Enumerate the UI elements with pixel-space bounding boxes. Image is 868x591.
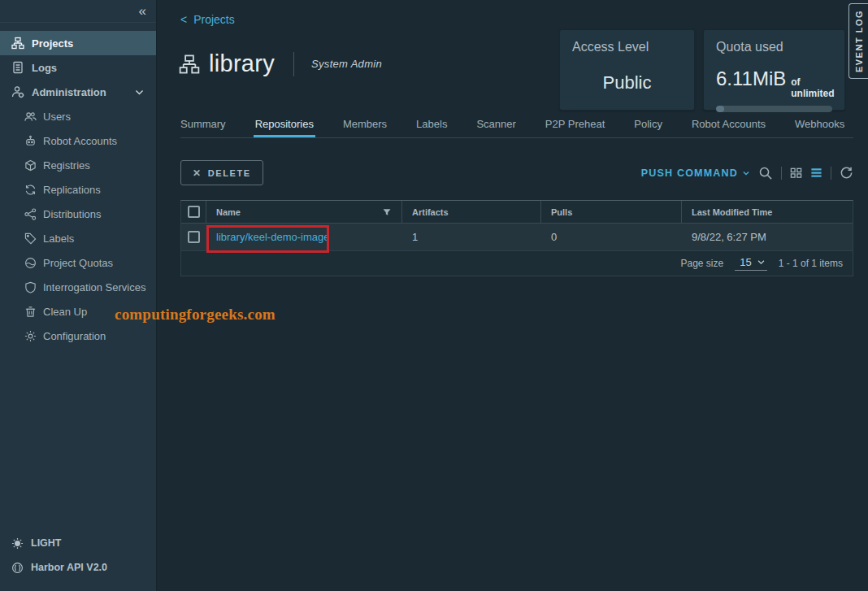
- sidebar-collapse-icon[interactable]: «: [139, 4, 146, 18]
- tab-policy[interactable]: Policy: [634, 118, 662, 137]
- sidebar-item-replications[interactable]: Replications: [0, 177, 156, 202]
- card-view-button[interactable]: [790, 167, 802, 179]
- search-button[interactable]: [758, 166, 773, 180]
- sidebar-nav: Projects Logs Administration Users: [0, 31, 156, 348]
- push-command-button[interactable]: PUSH COMMAND: [641, 167, 750, 179]
- tab-webhooks[interactable]: Webhooks: [795, 118, 844, 137]
- quota-progress-bar: [716, 106, 832, 112]
- pulls-cell: 0: [541, 224, 682, 250]
- api-version-label: Harbor API V2.0: [31, 562, 107, 573]
- access-level-label: Access Level: [572, 40, 682, 54]
- sidebar-item-robot-accounts[interactable]: Robot Accounts: [0, 128, 156, 153]
- list-view-icon: [810, 167, 822, 179]
- tab-scanner[interactable]: Scanner: [476, 118, 515, 137]
- api-swagger-icon: [11, 562, 24, 574]
- tab-p2p-preheat[interactable]: P2P Preheat: [545, 118, 605, 137]
- users-icon: [24, 111, 37, 123]
- repo-name-cell: library/keel-demo-image: [206, 224, 402, 250]
- sidebar-item-projects[interactable]: Projects: [0, 31, 156, 55]
- grid-view-icon: [790, 167, 802, 179]
- tab-members[interactable]: Members: [343, 118, 387, 137]
- quota-card: Quota used 6.11MiB of unlimited: [703, 29, 845, 111]
- watermark-text: computingforgeeks.com: [115, 306, 276, 324]
- push-command-label: PUSH COMMAND: [641, 167, 738, 179]
- tag-icon: [24, 232, 37, 245]
- sidebar-item-label: Logs: [32, 62, 57, 74]
- delete-button-label: DELETE: [208, 168, 251, 178]
- select-all-cell: [181, 201, 206, 223]
- breadcrumb-label: Projects: [193, 13, 235, 26]
- tab-robot-accounts[interactable]: Robot Accounts: [692, 118, 766, 137]
- sidebar-item-project-quotas[interactable]: Project Quotas: [0, 250, 156, 275]
- list-view-button[interactable]: [810, 167, 822, 179]
- sidebar-item-distributions[interactable]: Distributions: [0, 202, 156, 226]
- row-checkbox[interactable]: [188, 231, 200, 243]
- robot-icon: [24, 135, 37, 147]
- breadcrumb[interactable]: < Projects: [180, 13, 235, 26]
- tab-labels[interactable]: Labels: [416, 118, 447, 137]
- project-title-row: library System Admin: [179, 50, 382, 77]
- sidebar-item-logs[interactable]: Logs: [0, 55, 156, 80]
- main-content: < Projects library System Admin Access L…: [157, 0, 868, 591]
- quota-progress-fill: [716, 106, 724, 112]
- column-header-artifacts[interactable]: Artifacts: [402, 201, 541, 223]
- column-header-last-modified[interactable]: Last Modified Time: [682, 201, 853, 223]
- access-level-value: Public: [572, 72, 682, 93]
- breadcrumb-back-icon: <: [180, 13, 187, 26]
- logs-icon: [11, 61, 24, 74]
- harbor-api-link[interactable]: Harbor API V2.0: [0, 555, 156, 580]
- sidebar-item-registries[interactable]: Registries: [0, 153, 156, 177]
- sidebar-header: «: [0, 0, 156, 23]
- search-icon: [758, 166, 773, 180]
- sidebar-item-administration[interactable]: Administration: [0, 80, 156, 104]
- project-icon: [179, 54, 200, 75]
- last-modified-cell: 9/8/22, 6:27 PM: [682, 224, 853, 250]
- quota-label: Quota used: [716, 40, 832, 54]
- sidebar-item-label: Robot Accounts: [43, 135, 117, 147]
- replication-icon: [24, 184, 37, 196]
- harbor-app: { "icons": { "collapse": "\u00ab", "brea…: [0, 0, 868, 591]
- table-row: library/keel-demo-image 1 0 9/8/22, 6:27…: [181, 224, 853, 251]
- page-size-value: 15: [740, 256, 751, 268]
- event-log-label: EVENT LOG: [854, 10, 864, 72]
- sidebar: « Projects Logs Administration: [0, 0, 157, 591]
- filter-funnel-icon: [382, 207, 392, 217]
- chevron-down-icon: [742, 169, 750, 177]
- share-icon: [24, 208, 37, 220]
- repo-name-link[interactable]: library/keel-demo-image: [216, 231, 329, 243]
- sidebar-item-label: Users: [43, 111, 71, 123]
- select-all-checkbox[interactable]: [188, 206, 200, 218]
- filter-button[interactable]: [382, 207, 392, 217]
- sidebar-item-label: Registries: [43, 159, 90, 172]
- repositories-table: Name Artifacts Pulls Last Modified Time: [180, 200, 853, 276]
- sidebar-item-label: Interrogation Services: [43, 281, 145, 293]
- column-header-name[interactable]: Name: [206, 201, 402, 223]
- refresh-button[interactable]: [840, 166, 853, 180]
- sidebar-item-labels[interactable]: Labels: [0, 226, 156, 250]
- page-size-select[interactable]: 15: [735, 256, 766, 271]
- theme-toggle[interactable]: LIGHT: [0, 531, 156, 555]
- cube-icon: [24, 159, 37, 172]
- quota-gauge-icon: [24, 257, 37, 269]
- row-select-cell: [181, 224, 206, 250]
- quota-value: 6.11MiB: [716, 67, 786, 90]
- sidebar-item-interrogation-services[interactable]: Interrogation Services: [0, 275, 156, 299]
- sidebar-item-label: Labels: [43, 232, 74, 245]
- access-level-card: Access Level Public: [559, 29, 695, 111]
- sidebar-item-label: Replications: [43, 184, 101, 196]
- sidebar-item-users[interactable]: Users: [0, 104, 156, 128]
- sidebar-item-label: Project Quotas: [43, 257, 113, 269]
- sidebar-item-configuration[interactable]: Configuration: [0, 324, 156, 348]
- toolbar-divider: [831, 167, 831, 180]
- items-range-label: 1 - 1 of 1 items: [779, 258, 843, 269]
- tab-repositories[interactable]: Repositories: [255, 118, 314, 137]
- event-log-tab[interactable]: EVENT LOG: [848, 3, 868, 79]
- tab-summary[interactable]: Summary: [180, 118, 226, 137]
- sidebar-item-label: Administration: [32, 86, 106, 98]
- sidebar-footer: LIGHT Harbor API V2.0: [0, 531, 156, 580]
- column-header-pulls[interactable]: Pulls: [541, 201, 682, 223]
- tab-bar: Summary Repositories Members Labels Scan…: [180, 116, 853, 138]
- artifacts-cell: 1: [402, 224, 541, 250]
- sidebar-item-label: Projects: [32, 37, 73, 50]
- delete-button[interactable]: ✕ DELETE: [180, 160, 263, 185]
